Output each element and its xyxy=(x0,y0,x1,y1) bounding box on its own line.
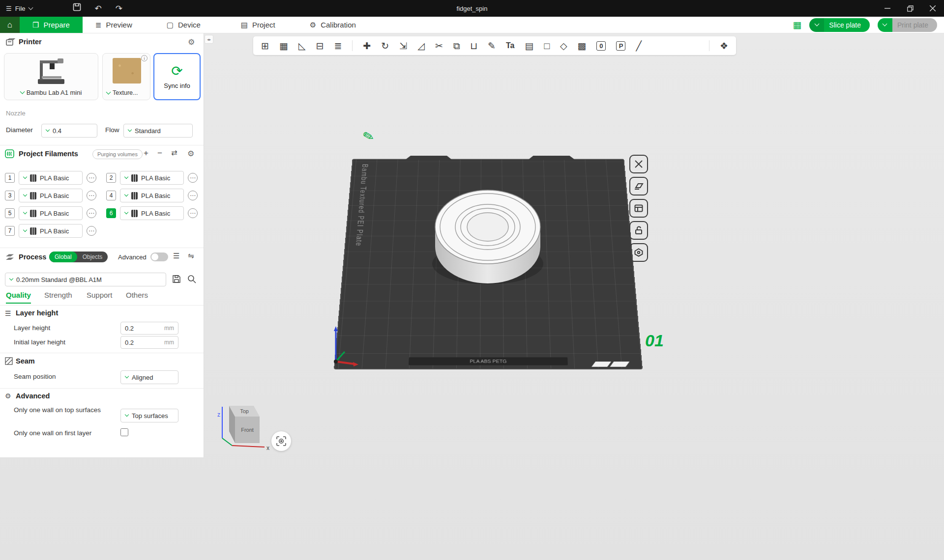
print-dropdown-button[interactable] xyxy=(878,18,892,32)
scope-global[interactable]: Global xyxy=(49,252,77,262)
undo-button[interactable]: ↶ xyxy=(95,3,102,14)
search-params-icon[interactable] xyxy=(187,275,196,285)
tab-preview[interactable]: ≣ Preview xyxy=(83,17,145,33)
plate-type-card[interactable]: i Texture... xyxy=(102,53,150,100)
filament-1-select[interactable]: PLA Basic xyxy=(19,171,83,185)
filament-4-number[interactable]: 4 xyxy=(106,191,116,200)
arrange-icon[interactable]: ⊟ xyxy=(316,41,324,51)
support-paint-icon[interactable]: ▩ xyxy=(578,41,587,51)
save-button[interactable] xyxy=(73,3,81,14)
filament-5-select[interactable]: PLA Basic xyxy=(19,206,83,220)
filament-6-select[interactable]: PLA Basic xyxy=(120,206,184,220)
tab-project[interactable]: ▤ Project xyxy=(228,17,288,33)
tab-prepare[interactable]: ❒ Prepare xyxy=(20,17,83,33)
tab-strength[interactable]: Strength xyxy=(44,291,72,303)
measure-icon[interactable]: ╱ xyxy=(636,41,641,51)
initial-layer-height-input[interactable] xyxy=(125,339,154,346)
split-objects-icon[interactable]: ≣ xyxy=(334,41,342,51)
info-icon[interactable]: i xyxy=(141,55,148,61)
lay-flat-icon[interactable]: ◿ xyxy=(417,41,425,51)
tab-quality[interactable]: Quality xyxy=(6,291,31,304)
filament-7-select[interactable]: PLA Basic xyxy=(19,224,83,238)
filament-6-number-selected[interactable]: 6 xyxy=(106,208,116,218)
printer-card[interactable]: Bambu Lab A1 mini xyxy=(4,53,98,100)
process-scope-toggle[interactable]: Global Objects xyxy=(49,252,108,262)
delete-plate-button[interactable] xyxy=(629,155,648,173)
only-one-wall-top-select[interactable]: Top surfaces xyxy=(120,409,178,422)
scale-icon[interactable]: ⇲ xyxy=(399,41,407,51)
filament-3-select[interactable]: PLA Basic xyxy=(19,189,83,202)
variable-layer-height-icon[interactable]: ▤ xyxy=(525,41,533,51)
tab-others[interactable]: Others xyxy=(126,291,148,303)
process-preset-select[interactable]: 0.20mm Standard @BBL A1M xyxy=(5,273,166,286)
filament-4-select[interactable]: PLA Basic xyxy=(120,189,184,202)
tab-device[interactable]: ▢ Device xyxy=(154,17,213,33)
filament-5-menu-button[interactable]: ⋯ xyxy=(87,208,96,218)
plate-settings-button[interactable] xyxy=(629,199,648,218)
add-filament-button[interactable]: + xyxy=(144,148,148,158)
tab-calibration[interactable]: ⚙ Calibration xyxy=(297,17,369,33)
slice-plate-button[interactable]: Slice plate xyxy=(809,18,870,32)
filament-7-menu-button[interactable]: ⋯ xyxy=(87,226,96,236)
sidebar-collapse-handle[interactable]: ◂▸ xyxy=(205,35,213,44)
assembly-view-icon[interactable]: ❖ xyxy=(720,41,728,51)
filament-2-number[interactable]: 2 xyxy=(106,173,116,183)
filament-1-number[interactable]: 1 xyxy=(5,173,15,183)
filament-1-menu-button[interactable]: ⋯ xyxy=(87,173,96,183)
combine-icon[interactable]: ⊔ xyxy=(470,41,477,51)
arrange-plate-button[interactable] xyxy=(629,177,648,196)
close-button[interactable] xyxy=(921,0,944,17)
seam-paint-icon[interactable]: 0 xyxy=(596,41,606,51)
rotate-icon[interactable]: ↻ xyxy=(381,41,389,51)
modifier-cube-icon[interactable]: □ xyxy=(544,41,549,51)
filament-7-number[interactable]: 7 xyxy=(5,226,15,236)
filament-3-number[interactable]: 3 xyxy=(5,191,15,200)
printer-settings-gear-icon[interactable]: ⚙ xyxy=(188,37,195,47)
navigation-cube[interactable]: z x Top Front xyxy=(215,400,274,454)
preset-list-icon[interactable]: ☰ xyxy=(173,252,179,260)
plate-type-button[interactable] xyxy=(629,243,648,262)
tune-params-icon[interactable]: ⇋ xyxy=(188,252,194,260)
filament-2-select[interactable]: PLA Basic xyxy=(120,171,184,185)
only-one-wall-first-layer-checkbox[interactable] xyxy=(120,428,128,436)
redo-button[interactable]: ↷ xyxy=(116,3,122,14)
lock-plate-button[interactable] xyxy=(629,221,648,240)
plate-name-edit-icon[interactable]: ✎ xyxy=(361,128,376,146)
scope-objects[interactable]: Objects xyxy=(77,253,108,260)
model-fidget-spinner[interactable] xyxy=(431,186,544,290)
auto-orient-icon[interactable]: ◺ xyxy=(298,41,306,51)
advanced-toggle-switch[interactable] xyxy=(150,252,168,261)
filament-settings-gear-icon[interactable]: ⚙ xyxy=(187,149,194,158)
mesh-boolean-icon[interactable]: ◇ xyxy=(560,41,567,51)
seam-position-select[interactable]: Aligned xyxy=(120,370,178,384)
sync-info-button[interactable]: ⟳ Sync info xyxy=(153,53,201,100)
move-icon[interactable]: ✚ xyxy=(363,41,371,51)
slice-dropdown-button[interactable] xyxy=(809,18,824,32)
filament-6-menu-button[interactable]: ⋯ xyxy=(188,208,198,218)
plate-overview-icon[interactable]: ▦ xyxy=(793,19,801,30)
paint-icon[interactable]: ✎ xyxy=(488,41,496,51)
purging-volumes-button[interactable]: Purging volumes xyxy=(92,149,143,159)
tab-support[interactable]: Support xyxy=(87,291,113,303)
add-model-icon[interactable]: ⊞ xyxy=(261,41,269,51)
primitive-icon[interactable]: P xyxy=(616,41,625,51)
filament-5-number[interactable]: 5 xyxy=(5,208,15,218)
filament-3-menu-button[interactable]: ⋯ xyxy=(87,191,96,200)
filament-4-menu-button[interactable]: ⋯ xyxy=(188,191,198,200)
add-plate-icon[interactable]: ▦ xyxy=(279,41,288,51)
file-menu[interactable]: ☰ File xyxy=(0,0,38,17)
nozzle-diameter-select[interactable]: 0.4 xyxy=(41,124,97,138)
save-preset-icon[interactable] xyxy=(172,275,181,285)
layer-height-input[interactable] xyxy=(125,325,154,332)
print-plate-button[interactable]: Print plate xyxy=(878,18,937,32)
minimize-button[interactable] xyxy=(876,0,899,17)
filament-sync-button[interactable]: ⇄ xyxy=(171,148,177,157)
text-tool-icon[interactable]: Ta xyxy=(506,42,514,50)
cut-icon[interactable]: ✂ xyxy=(435,41,443,51)
home-button[interactable]: ⌂ xyxy=(0,17,20,33)
camera-view-button[interactable] xyxy=(271,431,291,451)
remove-filament-button[interactable]: − xyxy=(157,148,162,158)
restore-button[interactable] xyxy=(899,0,921,17)
filament-2-menu-button[interactable]: ⋯ xyxy=(188,173,198,183)
clone-icon[interactable]: ⧉ xyxy=(453,41,460,51)
